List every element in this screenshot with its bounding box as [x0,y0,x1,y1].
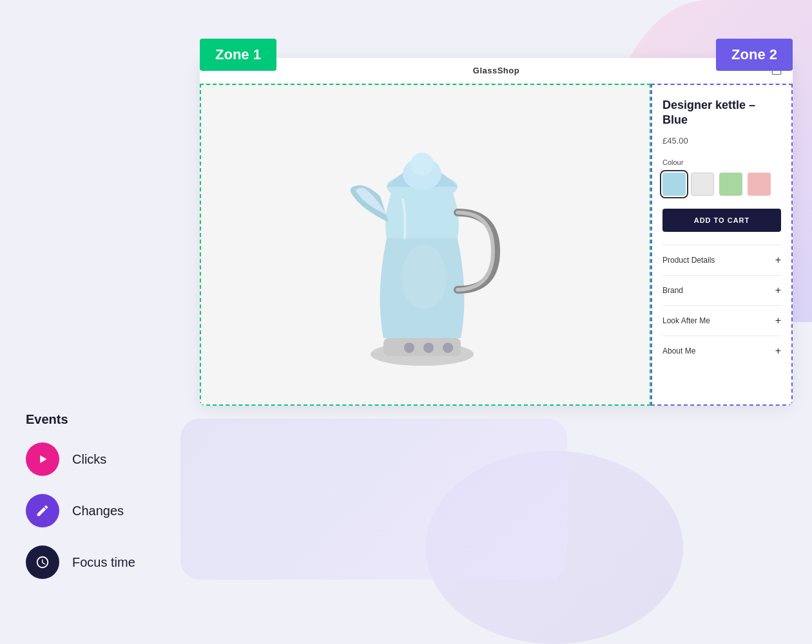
accordion-label-brand: Brand [662,286,683,295]
product-title: Designer kettle – Blue [662,98,781,128]
accordion-brand[interactable]: Brand + [662,275,781,305]
swatch-green[interactable] [719,173,742,196]
swatch-pink[interactable] [748,173,771,196]
swatch-blue[interactable] [662,173,686,196]
clicks-label: Clicks [72,452,106,467]
event-item-changes: Changes [26,494,200,527]
events-title: Events [26,412,200,427]
colour-label: Colour [662,158,781,166]
plus-icon-1: + [775,285,781,296]
events-panel: Events Clicks Changes [19,39,200,597]
play-icon [35,452,50,466]
plus-icon-0: + [775,254,781,266]
browser-frame: GlassShop [200,58,793,406]
browser-area: Zone 1 Zone 2 GlassShop [200,39,793,597]
svg-point-3 [404,343,414,353]
svg-point-5 [443,343,453,353]
product-area: Designer kettle – Blue £45.00 Colour ADD… [200,84,793,406]
pencil-icon [35,504,50,518]
focus-icon-bg [26,545,59,579]
event-item-clicks: Clicks [26,442,200,476]
accordion-label-about: About Me [662,346,695,355]
accordion-look-after[interactable]: Look After Me + [662,305,781,336]
svg-point-9 [401,245,447,309]
browser-header: GlassShop [200,58,793,84]
kettle-illustration [322,109,528,380]
zone2-label: Zone 2 [716,39,793,71]
accordion-label-look-after: Look After Me [662,316,710,325]
product-price: £45.00 [662,136,781,146]
zone1-product-image [200,84,651,406]
store-name: GlassShop [473,66,519,75]
add-to-cart-button[interactable]: ADD TO CART [662,209,781,232]
swatch-white[interactable] [691,173,714,196]
kettle-image-container [201,85,650,404]
svg-point-8 [411,153,434,176]
plus-icon-2: + [775,315,781,327]
changes-label: Changes [72,504,124,518]
zone2-product-details: Designer kettle – Blue £45.00 Colour ADD… [651,84,793,406]
svg-point-4 [423,343,434,353]
focus-label: Focus time [72,555,135,570]
colour-swatches [662,173,781,196]
accordion-about[interactable]: About Me + [662,336,781,366]
clicks-icon-bg [26,442,59,476]
zone1-label: Zone 1 [200,39,276,71]
changes-icon-bg [26,494,59,527]
event-item-focus: Focus time [26,545,200,579]
accordion-label-product-details: Product Details [662,256,715,265]
plus-icon-3: + [775,345,781,357]
accordion-product-details[interactable]: Product Details + [662,245,781,275]
clock-icon [35,555,50,569]
